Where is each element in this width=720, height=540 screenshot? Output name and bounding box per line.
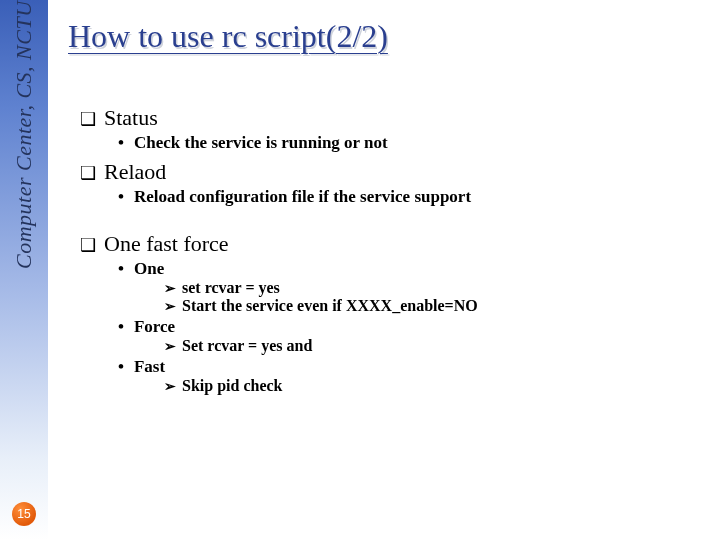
slide-number-badge: 15 bbox=[12, 502, 36, 526]
subbullet-text: Start the service even if XXXX_enable=NO bbox=[182, 297, 478, 315]
subbullet-text: set rcvar = yes bbox=[182, 279, 280, 297]
bullet-text: Check the service is running or not bbox=[134, 133, 388, 153]
triangle-bullet-icon: ➢ bbox=[164, 378, 176, 395]
bullet-item-force: • Force bbox=[118, 317, 700, 337]
dot-bullet-icon: • bbox=[118, 133, 124, 153]
dot-bullet-icon: • bbox=[118, 357, 124, 377]
bullet-item: • Reload configuration file if the servi… bbox=[118, 187, 700, 207]
subbullet-item: ➢ set rcvar = yes bbox=[164, 279, 700, 297]
bullet-item-one: • One bbox=[118, 259, 700, 279]
triangle-bullet-icon: ➢ bbox=[164, 280, 176, 297]
section-reload: ❑ Relaod bbox=[80, 159, 700, 185]
bullet-text: Reload configuration file if the service… bbox=[134, 187, 471, 207]
section-onefastforce: ❑ One fast force bbox=[80, 231, 700, 257]
subbullet-text: Set rcvar = yes and bbox=[182, 337, 312, 355]
slide-number: 15 bbox=[17, 507, 30, 521]
bullet-text: Fast bbox=[134, 357, 165, 377]
bullet-item: • Check the service is running or not bbox=[118, 133, 700, 153]
square-bullet-icon: ❑ bbox=[80, 110, 96, 128]
dot-bullet-icon: • bbox=[118, 317, 124, 337]
subbullet-item: ➢ Skip pid check bbox=[164, 377, 700, 395]
institution-label: Computer Center, CS, NCTU bbox=[4, 0, 44, 360]
subbullet-item: ➢ Start the service even if XXXX_enable=… bbox=[164, 297, 700, 315]
subbullet-text: Skip pid check bbox=[182, 377, 282, 395]
slide-title: How to use rc script(2/2) bbox=[68, 18, 700, 55]
section-heading: One fast force bbox=[104, 231, 229, 257]
triangle-bullet-icon: ➢ bbox=[164, 338, 176, 355]
slide-content: How to use rc script(2/2) ❑ Status • Che… bbox=[68, 18, 700, 395]
dot-bullet-icon: • bbox=[118, 259, 124, 279]
bullet-text: Force bbox=[134, 317, 175, 337]
bullet-item-fast: • Fast bbox=[118, 357, 700, 377]
bullet-text: One bbox=[134, 259, 164, 279]
subbullet-item: ➢ Set rcvar = yes and bbox=[164, 337, 700, 355]
dot-bullet-icon: • bbox=[118, 187, 124, 207]
section-heading: Status bbox=[104, 105, 158, 131]
section-status: ❑ Status bbox=[80, 105, 700, 131]
sidebar-gradient: Computer Center, CS, NCTU 15 bbox=[0, 0, 48, 540]
triangle-bullet-icon: ➢ bbox=[164, 298, 176, 315]
square-bullet-icon: ❑ bbox=[80, 236, 96, 254]
square-bullet-icon: ❑ bbox=[80, 164, 96, 182]
slide-body: ❑ Status • Check the service is running … bbox=[68, 105, 700, 395]
section-heading: Relaod bbox=[104, 159, 166, 185]
